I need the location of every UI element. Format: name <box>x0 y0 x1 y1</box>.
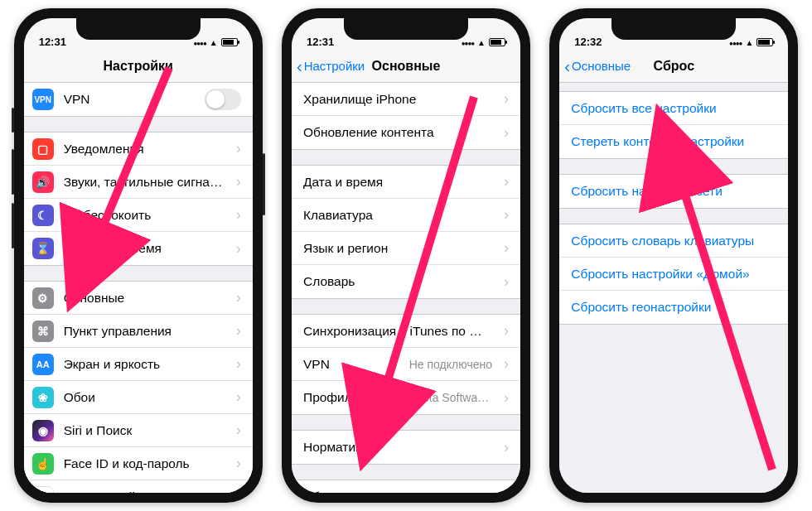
settings-row[interactable]: ❀Обои› <box>24 381 253 414</box>
row-label: Хранилище iPhone <box>303 92 492 107</box>
chevron-right-icon: › <box>236 140 241 157</box>
row-label: Не беспокоить <box>64 208 225 223</box>
settings-row[interactable]: Сбросить настройки «Домой» <box>559 258 788 291</box>
battery-icon <box>756 38 773 46</box>
settings-row[interactable]: VPNVPN <box>24 83 253 116</box>
row-label: Словарь <box>303 274 492 289</box>
row-label: Экран и яркость <box>64 357 225 372</box>
scr-icon: ⌛ <box>32 238 54 259</box>
settings-row[interactable]: Дата и время› <box>292 166 520 199</box>
settings-row[interactable]: Хранилище iPhone› <box>292 83 520 116</box>
settings-row[interactable]: ⌘Пункт управления› <box>24 315 253 348</box>
chevron-right-icon: › <box>504 439 509 456</box>
settings-row[interactable]: Норматив…› <box>292 431 520 464</box>
signal-icon <box>193 36 205 48</box>
general-content[interactable]: Хранилище iPhone›Обновление контента›Дат… <box>292 83 520 493</box>
chevron-right-icon: › <box>236 488 241 493</box>
sos-icon: SOS <box>32 486 54 494</box>
row-label: Siri и Поиск <box>64 423 225 438</box>
row-label: Сбросить геонастройки <box>571 300 776 315</box>
face-icon: ☝ <box>32 453 54 475</box>
row-label: Дата и время <box>303 175 492 190</box>
status-icons <box>193 36 237 48</box>
clock: 12:32 <box>574 36 602 48</box>
chevron-left-icon: ‹ <box>297 58 302 75</box>
settings-row[interactable]: Клавиатура› <box>292 199 520 232</box>
settings-row[interactable]: Сбросить геонастройки <box>559 291 788 324</box>
settings-row[interactable]: AAЭкран и яркость› <box>24 348 253 381</box>
phone-frame-1: 12:31 Настройки VPNVPN▢Уведомления›🔊Звук… <box>14 8 263 503</box>
settings-row[interactable]: ▢Уведомления› <box>24 133 253 166</box>
chevron-right-icon: › <box>236 422 241 439</box>
nav-title: Настройки <box>103 59 172 74</box>
screen-3: 12:32 ‹ Основные Сброс Сбросить все наст… <box>559 18 788 493</box>
settings-group: Сбросить все настройкиСтереть контент и … <box>559 91 788 159</box>
row-label: Обои <box>64 390 225 405</box>
row-label: Face ID и код-пароль <box>64 456 225 471</box>
settings-group: Сброс›Выключить <box>292 480 520 493</box>
nav-title: Сброс <box>654 59 694 74</box>
row-label: Норматив… <box>303 440 492 455</box>
settings-row[interactable]: Словарь› <box>292 265 520 298</box>
row-label: Экранное время <box>64 241 225 256</box>
settings-row[interactable]: SOSЭкстренный вызов — SOS› <box>24 480 253 493</box>
settings-row[interactable]: ⌛Экранное время› <box>24 232 253 265</box>
reset-content[interactable]: Сбросить все настройкиСтереть контент и … <box>559 83 788 493</box>
settings-row[interactable]: Сбросить настройки сети <box>559 175 788 208</box>
phone-frame-3: 12:32 ‹ Основные Сброс Сбросить все наст… <box>549 8 798 503</box>
settings-row[interactable]: Стереть контент и настройки <box>559 125 788 158</box>
settings-row[interactable]: ☾Не беспокоить› <box>24 199 253 232</box>
row-label: Стереть контент и настройки <box>571 134 776 149</box>
settings-content[interactable]: VPNVPN▢Уведомления›🔊Звуки, тактильные си… <box>24 83 253 493</box>
settings-row[interactable]: ◉Siri и Поиск› <box>24 414 253 447</box>
row-label: Звуки, тактильные сигналы <box>64 175 225 190</box>
settings-row[interactable]: ⚙Основные› <box>24 282 253 315</box>
settings-group: Сбросить словарь клавиатурыСбросить наст… <box>559 224 788 325</box>
settings-row[interactable]: ☝Face ID и код-пароль› <box>24 447 253 480</box>
settings-row[interactable]: Сбросить все настройки <box>559 92 788 125</box>
settings-row[interactable]: 🔊Звуки, тактильные сигналы› <box>24 166 253 199</box>
back-label: Основные <box>572 59 631 73</box>
settings-group: Синхронизация с iTunes по Wi-Fi›VPNНе по… <box>292 314 520 415</box>
row-label: Основные <box>64 291 225 306</box>
chevron-right-icon: › <box>504 322 509 340</box>
row-label: Сбросить словарь клавиатуры <box>571 234 776 248</box>
nav-bar: Настройки <box>24 50 253 83</box>
chevron-right-icon: › <box>504 90 509 108</box>
settings-row[interactable]: ПрофильiOS 12 Beta Software Profile› <box>292 381 520 414</box>
notch <box>611 18 736 40</box>
battery-icon <box>221 38 238 46</box>
cc-icon: ⌘ <box>32 321 54 342</box>
toggle-switch[interactable] <box>205 89 241 110</box>
row-value: Не подключено <box>409 358 492 371</box>
settings-row[interactable]: Язык и регион› <box>292 232 520 265</box>
chevron-right-icon: › <box>236 240 241 258</box>
back-button[interactable]: ‹ Настройки <box>297 58 365 75</box>
notif-icon: ▢ <box>32 138 54 160</box>
phone-frame-2: 12:31 ‹ Настройки Основные Хранилище iPh… <box>282 8 530 503</box>
status-icons <box>729 36 773 48</box>
row-label: Пункт управления <box>64 324 225 339</box>
wifi-icon <box>210 36 218 48</box>
chevron-right-icon: › <box>504 206 509 224</box>
row-label: Сбросить все настройки <box>571 101 776 116</box>
back-button[interactable]: ‹ Основные <box>564 58 631 75</box>
signal-icon <box>729 36 742 48</box>
settings-group: ⚙Основные›⌘Пункт управления›AAЭкран и яр… <box>24 281 253 493</box>
row-label: Экстренный вызов — SOS <box>64 489 225 494</box>
row-value: iOS 12 Beta Software Profile <box>376 391 492 404</box>
settings-row[interactable]: Обновление контента› <box>292 116 520 149</box>
chevron-left-icon: ‹ <box>564 58 570 75</box>
settings-group: VPNVPN <box>24 83 253 117</box>
notch <box>76 18 201 40</box>
battery-icon <box>489 38 505 46</box>
row-label: Язык и регион <box>303 241 492 256</box>
nav-bar: ‹ Основные Сброс <box>559 50 788 83</box>
chevron-right-icon: › <box>504 239 509 257</box>
settings-group: ▢Уведомления›🔊Звуки, тактильные сигналы›… <box>24 132 253 266</box>
settings-group: Хранилище iPhone›Обновление контента› <box>292 83 520 150</box>
settings-row[interactable]: Сброс› <box>292 480 520 493</box>
settings-row[interactable]: Синхронизация с iTunes по Wi-Fi› <box>292 315 520 348</box>
settings-row[interactable]: VPNНе подключено› <box>292 348 520 381</box>
settings-row[interactable]: Сбросить словарь клавиатуры <box>559 224 788 258</box>
